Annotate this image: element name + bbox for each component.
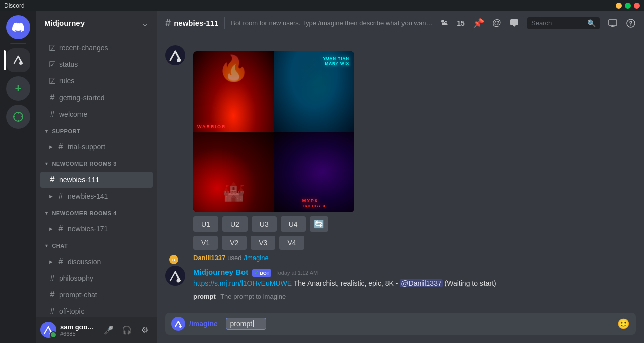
minimize-button[interactable]: − xyxy=(616,3,622,9)
u2-button[interactable]: U2 xyxy=(222,216,248,232)
hash-icon: # xyxy=(57,142,65,151)
prompt-input[interactable]: prompt xyxy=(226,318,266,330)
channel-name: newbies-141 xyxy=(68,192,108,200)
svg-point-7 xyxy=(177,279,180,283)
explore-button[interactable] xyxy=(6,105,30,129)
category-newcomer-3[interactable]: ▼ NEWCOMER ROOMS 3 xyxy=(40,157,153,171)
channel-item-trial-support[interactable]: ► # trial-support xyxy=(40,139,153,155)
hash-icon: # xyxy=(48,110,56,119)
add-server-button[interactable]: + xyxy=(6,76,30,101)
channel-item-recent-changes[interactable]: ☑ recent-changes xyxy=(40,40,153,56)
headphones-button[interactable]: 🎧 xyxy=(119,322,135,338)
action-buttons-u: U1 U2 U3 U4 🔄 xyxy=(193,216,620,232)
emoji-button[interactable]: 🙂 xyxy=(617,318,630,330)
message-link[interactable]: https://s.mj.run/l1OHvEuMUWE xyxy=(193,279,292,287)
u4-button[interactable]: U4 xyxy=(281,216,306,232)
channel-header-name: # newbies-111 xyxy=(165,17,218,29)
channel-item-off-topic[interactable]: # off-topic xyxy=(40,303,153,317)
channel-item-getting-started[interactable]: # getting-started xyxy=(40,90,153,106)
active-indicator xyxy=(4,50,6,70)
used-command: /imagine xyxy=(244,254,269,262)
search-bar[interactable]: Search 🔍 xyxy=(527,17,600,29)
prompt-input-value: prompt xyxy=(230,320,253,328)
v4-button[interactable]: V4 xyxy=(279,236,304,250)
channel-topic: Bot room for new users. Type /imagine th… xyxy=(231,19,433,27)
bot-badge: ✓ BOT xyxy=(252,269,271,277)
text-cursor xyxy=(253,320,254,327)
channel-name: discussion xyxy=(68,258,101,266)
hash-icon: # xyxy=(48,93,56,102)
channel-item-status[interactable]: ☑ status xyxy=(40,56,153,72)
message-item-image: 🔥 WARRIOR YUAN TIANMARY WIX xyxy=(157,43,644,252)
mention-icon[interactable]: @ xyxy=(492,18,501,28)
channel-item-newbies-111[interactable]: # newbies-111 👤+ xyxy=(40,172,153,188)
members-icon[interactable] xyxy=(439,18,449,28)
channel-name: philosophy xyxy=(59,274,93,282)
server-icon-discord-home[interactable] xyxy=(6,15,30,39)
slash-command: /imagine xyxy=(189,320,222,328)
category-support[interactable]: ▼ SUPPORT xyxy=(40,124,153,138)
avatar xyxy=(165,45,185,65)
user-area: sam good... #6685 🎤 🎧 ⚙ xyxy=(36,317,157,343)
v3-button[interactable]: V3 xyxy=(251,236,275,250)
channel-item-newbies-141[interactable]: ► # newbies-141 xyxy=(40,188,153,204)
bot-avatar xyxy=(165,266,185,286)
hash-icon: # xyxy=(57,224,65,233)
hash-icon: # xyxy=(57,192,65,201)
server-icon-midjourney[interactable] xyxy=(6,48,30,72)
hash-icon: # xyxy=(48,290,56,299)
channel-name: trial-support xyxy=(68,143,105,151)
channel-header: # newbies-111 Bot room for new users. Ty… xyxy=(157,11,644,35)
settings-button[interactable]: ⚙ xyxy=(137,322,153,338)
channel-name: prompt-chat xyxy=(59,291,97,299)
channel-item-welcome[interactable]: # welcome xyxy=(40,106,153,122)
channel-item-prompt-chat[interactable]: # prompt-chat xyxy=(40,287,153,303)
used-text: Daniil1337 used /imagine xyxy=(193,254,636,262)
app-title: Discord xyxy=(4,2,25,9)
user-discriminator: #6685 xyxy=(60,331,97,337)
refresh-button[interactable]: 🔄 xyxy=(310,216,328,232)
v2-button[interactable]: V2 xyxy=(222,236,247,250)
channel-name: recent-changes xyxy=(59,44,108,52)
u1-button[interactable]: U1 xyxy=(193,216,218,232)
maximize-button[interactable]: □ xyxy=(625,3,631,9)
channel-item-discussion[interactable]: ► # discussion xyxy=(40,253,153,270)
chevron-icon: ▼ xyxy=(44,161,49,166)
mention[interactable]: @Daniil1337 xyxy=(400,279,442,287)
search-placeholder: Search xyxy=(531,19,583,27)
microphone-button[interactable]: 🎤 xyxy=(101,322,117,338)
channel-item-rules[interactable]: ☑ rules xyxy=(40,73,153,89)
input-area: /imagine prompt 🙂 xyxy=(157,309,644,343)
channel-item-philosophy[interactable]: # philosophy xyxy=(40,270,153,286)
message-text: The Anarchist, realistic, epic, 8K - xyxy=(294,279,400,287)
action-buttons-v: V1 V2 V3 V4 xyxy=(193,236,620,250)
title-bar-controls: − □ × xyxy=(616,3,640,9)
category-label: NEWCOMER ROOMS 3 xyxy=(52,161,116,167)
server-header[interactable]: Midjourney ⌄ xyxy=(36,11,157,35)
checkbox-icon: ☑ xyxy=(48,76,56,86)
category-chat[interactable]: ▼ CHAT xyxy=(40,239,153,253)
hash-icon: # xyxy=(165,17,171,29)
message-header: Midjourney Bot ✓ BOT Today at 1:12 AM xyxy=(193,268,620,277)
category-newcomer-4[interactable]: ▼ NEWCOMER ROOMS 4 xyxy=(40,206,153,220)
checkbox-icon: ☑ xyxy=(48,60,56,69)
chevron-right-icon: ► xyxy=(48,226,54,232)
messages-area: 🔥 WARRIOR YUAN TIANMARY WIX xyxy=(157,35,644,309)
search-icon: 🔍 xyxy=(587,19,596,27)
close-button[interactable]: × xyxy=(634,3,640,9)
hash-icon: # xyxy=(48,175,56,184)
channel-name: rules xyxy=(59,77,74,85)
channel-list: ☑ recent-changes ☑ status ☑ rules # gett… xyxy=(36,35,157,317)
channel-item-newbies-171[interactable]: ► # newbies-171 xyxy=(40,221,153,237)
message-timestamp: Today at 1:12 AM xyxy=(275,270,318,276)
pin-icon[interactable]: 📌 xyxy=(473,18,484,29)
hash-icon: # xyxy=(48,274,56,283)
u3-button[interactable]: U3 xyxy=(252,216,277,232)
help-icon[interactable] xyxy=(626,18,636,28)
svg-point-5 xyxy=(630,25,631,26)
image-cell-4: MУРКTRILOGY X xyxy=(274,132,354,212)
v1-button[interactable]: V1 xyxy=(193,236,218,250)
monitor-icon[interactable] xyxy=(608,18,618,28)
channel-name: welcome xyxy=(59,110,87,118)
inbox-icon[interactable] xyxy=(509,18,519,28)
